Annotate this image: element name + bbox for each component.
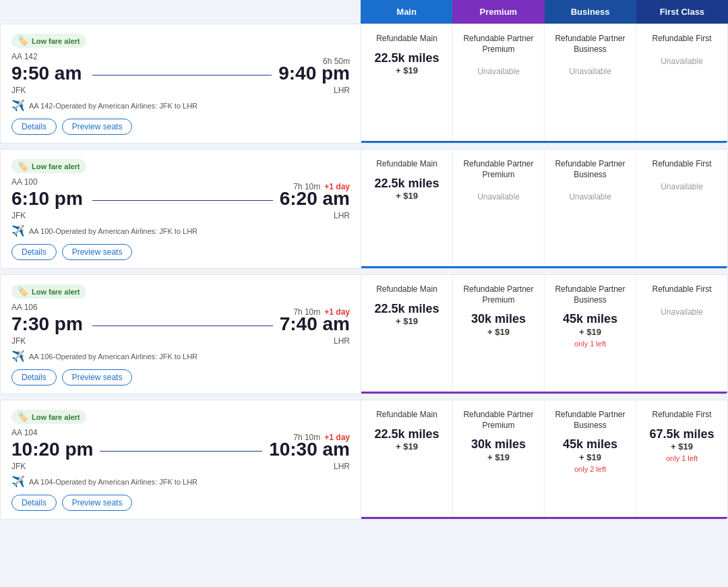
- fare-plus: + $19: [396, 65, 418, 75]
- fare-column-2: Refundable Partner BusinessUnavailable: [545, 150, 636, 266]
- fare-column-2: Refundable Partner BusinessUnavailable: [545, 24, 636, 141]
- operated-text: AA 104-Operated by American Airlines: JF…: [29, 478, 198, 486]
- duration-text: 7h 10m: [293, 182, 320, 191]
- fare-class-name: Refundable Main: [376, 159, 437, 170]
- fare-column-0[interactable]: Refundable Main22.5k miles+ $19: [361, 275, 453, 392]
- flight-right-panel: Refundable Main22.5k miles+ $19Refundabl…: [361, 275, 727, 394]
- preview-seats-button[interactable]: Preview seats: [62, 369, 133, 385]
- details-button[interactable]: Details: [11, 244, 57, 260]
- tag-icon: 🏷️: [18, 36, 28, 46]
- airline-icon: ✈️: [11, 99, 25, 112]
- depart-airport: JFK: [11, 336, 26, 346]
- details-button[interactable]: Details: [11, 369, 57, 385]
- low-fare-badge: 🏷️Low fare alert: [11, 284, 86, 299]
- fare-class-name: Refundable Main: [376, 410, 437, 421]
- unavailable-text: Unavailable: [569, 67, 611, 76]
- depart-time: 7:30 pm: [11, 313, 86, 335]
- details-button[interactable]: Details: [11, 119, 57, 135]
- operated-text: AA 142-Operated by American Airlines: JF…: [29, 102, 198, 110]
- fare-class-name: Refundable Main: [376, 284, 437, 295]
- fare-price: 45k miles: [563, 312, 617, 327]
- fare-column-0[interactable]: Refundable Main22.5k miles+ $19: [361, 24, 453, 141]
- duration-text: 6h 50m: [323, 57, 350, 66]
- fare-class-name: Refundable Partner Business: [550, 159, 630, 180]
- action-buttons: Details Preview seats: [11, 369, 350, 385]
- duration-row: 7h 10m+1 day: [293, 182, 350, 191]
- operated-by-row: ✈️ AA 142-Operated by American Airlines:…: [11, 99, 350, 112]
- fare-price: 45k miles: [563, 437, 617, 452]
- fare-class-name: Refundable Partner Business: [550, 284, 630, 305]
- depart-time: 9:50 am: [11, 63, 86, 84]
- flight-row-row-2: 🏷️Low fare alert7h 10m+1 dayAA 100 6:10 …: [0, 149, 728, 269]
- operated-text: AA 100-Operated by American Airlines: JF…: [29, 227, 198, 235]
- fare-plus: + $19: [579, 327, 601, 337]
- flight-times: 9:50 am 9:40 pm: [11, 63, 350, 84]
- airports-row: JFK LHR: [11, 336, 350, 346]
- flight-line: [92, 326, 273, 326]
- flight-row-row-3: 🏷️Low fare alert7h 10m+1 dayAA 106 7:30 …: [0, 274, 728, 394]
- fare-plus: + $19: [396, 316, 418, 326]
- plus-day: +1 day: [324, 182, 350, 191]
- fare-plus: + $19: [487, 327, 510, 337]
- fare-price: 22.5k miles: [374, 177, 439, 191]
- flight-line: [92, 75, 272, 75]
- flight-line: [92, 200, 273, 201]
- fare-class-name: Refundable Partner Premium: [458, 34, 539, 55]
- fare-column-3[interactable]: Refundable First67.5k miles+ $19only 1 l…: [636, 400, 727, 517]
- flight-left-panel: 🏷️Low fare alert7h 10m+1 dayAA 104 10:20…: [1, 400, 361, 519]
- fare-price: 30k miles: [471, 312, 526, 327]
- fare-plus: + $19: [396, 441, 418, 452]
- operated-by-row: ✈️ AA 104-Operated by American Airlines:…: [11, 475, 350, 488]
- preview-seats-button[interactable]: Preview seats: [62, 244, 133, 260]
- flight-number: AA 142: [11, 52, 350, 61]
- badge-label: Low fare alert: [32, 288, 80, 296]
- flight-left-panel: 🏷️Low fare alert7h 10m+1 dayAA 100 6:10 …: [1, 150, 361, 268]
- operated-by-row: ✈️ AA 100-Operated by American Airlines:…: [11, 224, 350, 237]
- arrive-airport: LHR: [334, 462, 350, 471]
- flight-left-panel: 🏷️Low fare alert6h 50mAA 142 9:50 am 9:4…: [1, 24, 361, 143]
- fare-price: 22.5k miles: [374, 427, 439, 442]
- fare-column-1: Refundable Partner PremiumUnavailable: [453, 150, 545, 266]
- airline-icon: ✈️: [11, 475, 25, 488]
- fare-column-1[interactable]: Refundable Partner Premium30k miles+ $19: [453, 275, 545, 392]
- action-buttons: Details Preview seats: [11, 244, 350, 260]
- flight-right-panel: Refundable Main22.5k miles+ $19Refundabl…: [361, 24, 727, 143]
- only-left: only 1 left: [574, 340, 606, 348]
- tab-premium[interactable]: Premium: [452, 0, 544, 24]
- airports-row: JFK LHR: [11, 462, 350, 471]
- unavailable-text: Unavailable: [477, 192, 520, 202]
- depart-airport: JFK: [11, 211, 26, 220]
- fare-column-0[interactable]: Refundable Main22.5k miles+ $19: [361, 150, 453, 266]
- arrive-airport: LHR: [334, 211, 350, 220]
- fare-class-name: Refundable First: [652, 34, 711, 44]
- arrive-airport: LHR: [334, 336, 350, 346]
- duration-row: 7h 10m+1 day: [293, 433, 350, 442]
- fare-class-name: Refundable First: [652, 159, 711, 170]
- fare-price: 30k miles: [471, 437, 526, 452]
- flight-right-panel: Refundable Main22.5k miles+ $19Refundabl…: [361, 400, 727, 519]
- tab-business[interactable]: Business: [545, 0, 636, 24]
- unavailable-text: Unavailable: [477, 67, 520, 76]
- operated-by-row: ✈️ AA 106-Operated by American Airlines:…: [11, 350, 350, 363]
- fare-plus: + $19: [396, 191, 418, 201]
- fare-price: 22.5k miles: [374, 51, 439, 66]
- tab-first-class[interactable]: First Class: [636, 0, 728, 24]
- tab-main[interactable]: Main: [361, 0, 452, 24]
- fare-column-0[interactable]: Refundable Main22.5k miles+ $19: [361, 400, 453, 517]
- fare-column-2[interactable]: Refundable Partner Business45k miles+ $1…: [545, 400, 636, 517]
- flight-left-panel: 🏷️Low fare alert7h 10m+1 dayAA 106 7:30 …: [1, 275, 361, 394]
- fare-class-name: Refundable Main: [376, 34, 437, 44]
- only-left: only 1 left: [666, 454, 698, 462]
- preview-seats-button[interactable]: Preview seats: [62, 495, 133, 511]
- action-buttons: Details Preview seats: [11, 119, 350, 135]
- tag-icon: 🏷️: [18, 161, 28, 171]
- details-button[interactable]: Details: [11, 495, 57, 511]
- fare-class-name: Refundable Partner Premium: [458, 284, 539, 305]
- fare-column-1[interactable]: Refundable Partner Premium30k miles+ $19: [453, 400, 545, 517]
- depart-airport: JFK: [11, 86, 26, 95]
- fare-column-2[interactable]: Refundable Partner Business45k miles+ $1…: [545, 275, 636, 392]
- preview-seats-button[interactable]: Preview seats: [62, 119, 133, 135]
- tag-icon: 🏷️: [18, 412, 28, 422]
- flight-right-panel: Refundable Main22.5k miles+ $19Refundabl…: [361, 150, 727, 268]
- fare-column-3: Refundable FirstUnavailable: [636, 24, 727, 141]
